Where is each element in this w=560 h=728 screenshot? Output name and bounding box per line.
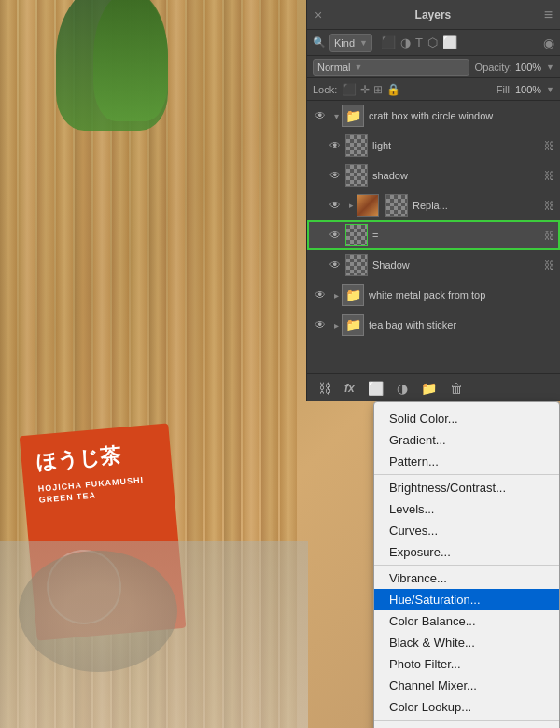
panel-title: Layers <box>415 8 452 21</box>
lock-all-btn[interactable]: 🔒 <box>386 83 400 96</box>
layer-item-light[interactable]: 👁 light ⛓ <box>307 131 560 161</box>
lock-pixel-btn[interactable]: ⬛ <box>343 83 357 96</box>
trash-btn[interactable]: 🗑 <box>446 379 467 398</box>
menu-item-color-lookup[interactable]: Color Lookup... <box>374 696 559 718</box>
panel-close-btn[interactable]: × <box>315 7 322 22</box>
menu-item-vibrance[interactable]: Vibrance... <box>374 567 559 589</box>
kind-label: Kind <box>334 37 355 49</box>
layer-item-white-group[interactable]: 👁 ▸ 📁 white metal pack from top <box>307 280 560 310</box>
menu-item-photo-filter[interactable]: Photo Filter... <box>374 653 559 675</box>
link-equals: ⛓ <box>544 230 554 241</box>
fill-chevron: ▼ <box>546 85 554 94</box>
lock-icons: ⬛ ✛ ⊞ 🔒 <box>343 83 400 96</box>
layer-item-group-craft[interactable]: 👁 ▾ 📁 craft box with circle window <box>307 101 560 131</box>
blend-mode-dropdown[interactable]: Normal ▼ <box>313 59 469 76</box>
plant-2 <box>93 0 168 121</box>
fx-btn[interactable]: fx <box>341 380 358 397</box>
link-light: ⛓ <box>544 140 554 151</box>
menu-item-invert[interactable]: Invert <box>374 722 559 728</box>
layers-list: 👁 ▾ 📁 craft box with circle window 👁 lig… <box>307 101 560 373</box>
fill-value[interactable]: 100% <box>515 84 541 95</box>
blend-bar: Normal ▼ Opacity: 100% ▼ <box>307 56 560 78</box>
eye-white-group[interactable]: 👁 <box>313 287 328 302</box>
thumb-shadow <box>345 164 368 187</box>
kind-chevron: ▼ <box>359 38 368 48</box>
eye-shadow[interactable]: 👁 <box>328 168 343 183</box>
lock-move-btn[interactable]: ✛ <box>360 83 370 96</box>
menu-item-black-white[interactable]: Black & White... <box>374 632 559 653</box>
filter-bar: 🔍 Kind ▼ ⬛ ◑ T ⬡ ⬜ ◉ <box>307 30 560 56</box>
layer-item-equals[interactable]: 👁 = ⛓ <box>307 220 560 250</box>
thumb-repa-mask <box>385 194 408 217</box>
adjustment-filter-icon[interactable]: ◑ <box>399 35 412 50</box>
filter-toggle[interactable]: ◉ <box>543 35 554 50</box>
layer-name-white-group: white metal pack from top <box>369 289 554 301</box>
opacity-chevron: ▼ <box>546 63 554 72</box>
eye-group-craft[interactable]: 👁 <box>313 108 328 123</box>
link-shadow: ⛓ <box>544 170 554 181</box>
menu-item-solid-color[interactable]: Solid Color... <box>374 408 559 429</box>
menu-section-fill: Solid Color... Gradient... Pattern... <box>374 406 559 475</box>
pixel-filter-icon[interactable]: ⬛ <box>380 35 397 50</box>
opacity-label: Opacity: <box>475 62 512 73</box>
menu-item-levels[interactable]: Levels... <box>374 498 559 520</box>
layer-name-repa: Repla... <box>413 200 540 211</box>
eye-light[interactable]: 👁 <box>328 138 343 153</box>
smart-filter-icon[interactable]: ⬜ <box>441 35 458 50</box>
group-btn[interactable]: 📁 <box>417 379 441 398</box>
layer-name-teabag-group: tea bag with sticker <box>369 319 554 330</box>
panel-toolbar: ⛓ fx ⬜ ◑ 📁 🗑 <box>307 373 560 401</box>
layer-name-equals: = <box>372 230 540 241</box>
thumb-equals <box>345 224 368 246</box>
adjustment-btn[interactable]: ◑ <box>393 379 412 398</box>
menu-section-color: Vibrance... Hue/Saturation... Color Bala… <box>374 566 559 721</box>
panel-header: × Layers ≡ <box>307 0 560 30</box>
layer-name-group-craft: craft box with circle window <box>369 110 554 121</box>
eye-teabag-group[interactable]: 👁 <box>313 317 328 332</box>
thumb-group-craft: 📁 <box>342 105 364 127</box>
expand-white-group[interactable]: ▸ <box>330 289 342 301</box>
eye-equals[interactable]: 👁 <box>328 228 343 243</box>
opacity-control: Opacity: 100% ▼ <box>475 62 554 73</box>
opacity-value[interactable]: 100% <box>515 62 541 73</box>
layer-name-light: light <box>372 140 540 151</box>
fill-label: Fill: <box>497 84 512 95</box>
menu-item-curves[interactable]: Curves... <box>374 520 559 541</box>
lock-artboard-btn[interactable]: ⊞ <box>373 83 383 96</box>
link-repa: ⛓ <box>544 200 554 211</box>
layer-item-shadow2[interactable]: 👁 Shadow ⛓ <box>307 250 560 280</box>
menu-item-channel-mixer[interactable]: Channel Mixer... <box>374 675 559 696</box>
shape-filter-icon[interactable]: ⬡ <box>427 35 439 50</box>
expand-group-craft[interactable]: ▾ <box>330 110 342 121</box>
menu-item-brightness[interactable]: Brightness/Contrast... <box>374 477 559 498</box>
link-btn[interactable]: ⛓ <box>315 379 335 398</box>
layer-name-shadow: shadow <box>372 170 540 181</box>
expand-teabag-group[interactable]: ▸ <box>330 319 342 330</box>
panel-menu-btn[interactable]: ≡ <box>544 7 553 23</box>
search-icon: 🔍 <box>313 36 326 49</box>
table-surface <box>0 541 308 728</box>
blend-mode-label: Normal <box>317 62 350 73</box>
lock-label: Lock: <box>313 84 337 95</box>
expand-repa[interactable]: ▸ <box>345 200 357 211</box>
layer-item-teabag-group[interactable]: 👁 ▸ 📁 tea bag with sticker <box>307 310 560 340</box>
layer-item-shadow[interactable]: 👁 shadow ⛓ <box>307 161 560 190</box>
menu-item-hue-saturation[interactable]: Hue/Saturation... <box>374 589 559 610</box>
eye-shadow2[interactable]: 👁 <box>328 258 343 273</box>
filter-icons: ⬛ ◑ T ⬡ ⬜ <box>380 35 458 50</box>
menu-item-color-balance[interactable]: Color Balance... <box>374 610 559 632</box>
type-filter-icon[interactable]: T <box>414 35 424 50</box>
thumb-shadow2 <box>345 254 368 276</box>
kind-dropdown[interactable]: Kind ▼ <box>329 34 372 52</box>
mask-btn[interactable]: ⬜ <box>364 379 387 398</box>
blend-chevron: ▼ <box>354 63 362 72</box>
thumb-light <box>345 134 368 157</box>
menu-item-exposure[interactable]: Exposure... <box>374 541 559 563</box>
menu-item-pattern[interactable]: Pattern... <box>374 451 559 472</box>
layers-panel: × Layers ≡ 🔍 Kind ▼ ⬛ ◑ T ⬡ ⬜ ◉ Normal ▼… <box>306 0 560 401</box>
layer-item-repa[interactable]: 👁 ▸ Repla... ⛓ <box>307 190 560 220</box>
menu-item-gradient[interactable]: Gradient... <box>374 429 559 451</box>
eye-repa[interactable]: 👁 <box>328 198 343 213</box>
thumb-teabag-group: 📁 <box>342 314 364 336</box>
dropdown-menu: Solid Color... Gradient... Pattern... Br… <box>373 401 560 728</box>
